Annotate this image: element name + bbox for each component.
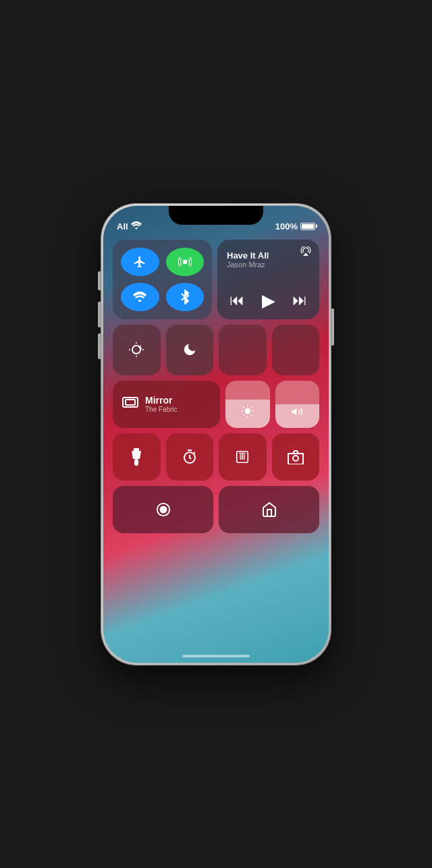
- screen: All 100%: [103, 206, 329, 663]
- prev-button[interactable]: ⏮: [230, 292, 244, 309]
- volume-slider[interactable]: [275, 381, 320, 428]
- svg-line-18: [243, 414, 244, 415]
- svg-marker-22: [132, 451, 141, 459]
- control-center: Have It All Jason Mraz ⏮ ▶ ⏭: [113, 240, 319, 643]
- timer-button[interactable]: [166, 433, 214, 481]
- svg-rect-21: [134, 448, 139, 451]
- carrier-label: All: [117, 221, 128, 232]
- mid-row: [113, 325, 319, 375]
- top-row: Have It All Jason Mraz ⏮ ▶ ⏭: [113, 240, 319, 319]
- screen-record-button[interactable]: [113, 486, 213, 533]
- flashlight-button[interactable]: [113, 433, 161, 481]
- music-player[interactable]: Have It All Jason Mraz ⏮ ▶ ⏭: [217, 240, 319, 319]
- airplane-mode-button[interactable]: [121, 248, 159, 276]
- empty-slot-1: [219, 325, 267, 375]
- svg-line-14: [243, 406, 244, 407]
- connectivity-block: [113, 240, 212, 319]
- wifi-icon: [131, 221, 142, 232]
- brightness-icon: [241, 404, 254, 421]
- bottom-row: [113, 486, 319, 533]
- airplay-icon[interactable]: [300, 246, 311, 258]
- battery-pct: 100%: [275, 221, 298, 232]
- phone-frame: All 100%: [101, 204, 331, 665]
- svg-point-11: [245, 408, 250, 413]
- mirror-label: Mirror: [145, 395, 178, 406]
- svg-line-15: [251, 414, 252, 415]
- status-right: 100%: [275, 221, 315, 232]
- mirror-sliders-row: Mirror The Fabric: [113, 381, 319, 428]
- actions-row: [113, 433, 319, 481]
- svg-point-40: [160, 506, 166, 512]
- status-left: All: [117, 221, 142, 232]
- home-button[interactable]: [219, 486, 319, 533]
- wifi-toggle-button[interactable]: [121, 283, 159, 311]
- mirror-button[interactable]: Mirror The Fabric: [113, 381, 220, 428]
- next-button[interactable]: ⏭: [292, 292, 307, 309]
- music-info: Have It All Jason Mraz: [227, 250, 310, 269]
- mirror-text: Mirror The Fabric: [145, 395, 178, 413]
- volume-up-button[interactable]: [98, 302, 101, 327]
- home-indicator: [182, 655, 250, 657]
- mirror-sublabel: The Fabric: [145, 406, 178, 413]
- silent-button[interactable]: [98, 271, 101, 290]
- calculator-button[interactable]: [219, 433, 267, 481]
- battery-icon: [300, 223, 315, 230]
- power-button[interactable]: [331, 308, 334, 346]
- mirror-icon: [122, 396, 138, 412]
- svg-line-19: [251, 406, 252, 407]
- do-not-disturb-button[interactable]: [166, 325, 214, 375]
- svg-line-26: [194, 452, 195, 454]
- svg-rect-23: [134, 459, 138, 466]
- bluetooth-button[interactable]: [166, 283, 205, 311]
- play-button[interactable]: ▶: [262, 290, 275, 311]
- music-controls: ⏮ ▶ ⏭: [227, 290, 310, 311]
- volume-icon: [290, 406, 304, 421]
- empty-slot-2: [272, 325, 320, 375]
- svg-marker-20: [292, 408, 297, 415]
- brightness-slider[interactable]: [225, 381, 270, 428]
- cellular-button[interactable]: [166, 248, 205, 276]
- volume-down-button[interactable]: [98, 333, 101, 359]
- svg-point-0: [182, 259, 187, 264]
- svg-point-3: [132, 346, 140, 354]
- music-title: Have It All: [227, 250, 310, 261]
- music-artist: Jason Mraz: [227, 261, 310, 269]
- camera-button[interactable]: [272, 433, 320, 481]
- svg-point-38: [293, 456, 298, 461]
- svg-rect-9: [126, 400, 135, 405]
- rotation-lock-button[interactable]: [113, 325, 161, 375]
- notch: [169, 206, 263, 225]
